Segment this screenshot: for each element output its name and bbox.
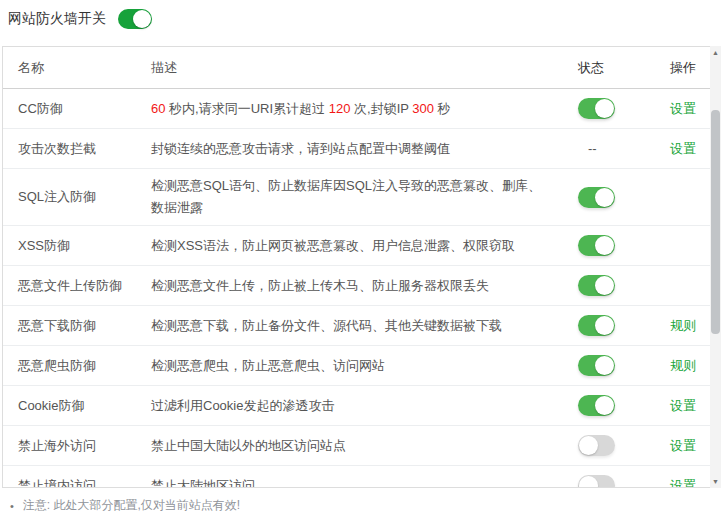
desc-segment: 300	[412, 101, 434, 116]
toggle-knob	[133, 10, 151, 28]
desc-segment: 检测恶意文件上传，防止被上传木马、防止服务器权限丢失	[151, 278, 489, 293]
row-status	[570, 395, 670, 416]
status-toggle[interactable]	[578, 235, 615, 256]
table-row: 恶意爬虫防御检测恶意爬虫，防止恶意爬虫、访问网站规则	[3, 346, 720, 386]
row-name: 恶意爬虫防御	[18, 357, 151, 375]
desc-segment: 封锁连续的恶意攻击请求，请到站点配置中调整阈值	[151, 141, 450, 156]
toggle-knob	[579, 476, 598, 488]
toggle-knob	[595, 396, 614, 415]
header-name: 名称	[18, 59, 151, 77]
row-status	[570, 475, 670, 488]
table-row: 攻击次数拦截封锁连续的恶意攻击请求，请到站点配置中调整阈值--设置	[3, 129, 720, 169]
desc-segment: 检测恶意爬虫，防止恶意爬虫、访问网站	[151, 358, 385, 373]
row-status	[570, 355, 670, 376]
status-toggle[interactable]	[578, 315, 615, 336]
status-toggle[interactable]	[578, 475, 615, 488]
action-link[interactable]: 设置	[670, 398, 696, 413]
status-toggle[interactable]	[578, 435, 615, 456]
page-title: 网站防火墙开关	[8, 10, 106, 28]
row-status	[570, 315, 670, 336]
scroll-up-icon[interactable]: ▲	[710, 46, 721, 59]
desc-segment: 检测XSS语法，防止网页被恶意篡改、用户信息泄露、权限窃取	[151, 238, 515, 253]
toggle-knob	[595, 316, 614, 335]
toggle-knob	[579, 436, 598, 455]
row-name: 恶意下载防御	[18, 317, 151, 335]
desc-segment: 检测恶意SQL语句、防止数据库因SQL注入导致的恶意篡改、删库、数据泄露	[151, 178, 541, 215]
bullet-icon: •	[10, 500, 14, 512]
desc-segment: 过滤利用Cookie发起的渗透攻击	[151, 398, 334, 413]
desc-segment: 检测恶意下载，防止备份文件、源代码、其他关键数据被下载	[151, 318, 502, 333]
toggle-knob	[595, 188, 614, 207]
desc-segment: 120	[329, 101, 351, 116]
row-name: 禁止境内访问	[18, 477, 151, 489]
action-link[interactable]: 设置	[670, 478, 696, 489]
scroll-down-icon[interactable]: ▼	[710, 475, 721, 488]
row-status	[570, 187, 670, 208]
row-desc: 检测恶意下载，防止备份文件、源代码、其他关键数据被下载	[151, 309, 570, 343]
row-desc: 封锁连续的恶意攻击请求，请到站点配置中调整阈值	[151, 132, 570, 166]
header-status: 状态	[570, 59, 670, 77]
table-row: 恶意文件上传防御检测恶意文件上传，防止被上传木马、防止服务器权限丢失	[3, 266, 720, 306]
row-status	[570, 435, 670, 456]
toggle-knob	[595, 99, 614, 118]
action-link[interactable]: 设置	[670, 438, 696, 453]
table-body: CC防御60 秒内,请求同一URI累计超过 120 次,封锁IP 300 秒设置…	[3, 89, 720, 488]
master-firewall-toggle[interactable]	[118, 9, 152, 29]
scrollbar-thumb[interactable]	[711, 110, 720, 334]
row-desc: 禁止大陆地区访问	[151, 469, 570, 489]
status-toggle[interactable]	[578, 395, 615, 416]
row-desc: 60 秒内,请求同一URI累计超过 120 次,封锁IP 300 秒	[151, 92, 570, 126]
status-toggle[interactable]	[578, 98, 615, 119]
toggle-knob	[595, 356, 614, 375]
action-link[interactable]: 规则	[670, 358, 696, 373]
table-header-row: 名称 描述 状态 操作	[3, 47, 720, 89]
row-name: SQL注入防御	[18, 188, 151, 206]
status-toggle[interactable]	[578, 275, 615, 296]
footer-note: • 注意: 此处大部分配置,仅对当前站点有效!	[10, 497, 240, 514]
row-name: Cookie防御	[18, 397, 151, 415]
row-status: --	[570, 141, 670, 156]
table-row: CC防御60 秒内,请求同一URI累计超过 120 次,封锁IP 300 秒设置	[3, 89, 720, 129]
toggle-knob	[595, 236, 614, 255]
table-row: 禁止境内访问禁止大陆地区访问设置	[3, 466, 720, 488]
row-status	[570, 98, 670, 119]
desc-segment: 禁止中国大陆以外的地区访问站点	[151, 438, 346, 453]
table-row: 禁止海外访问禁止中国大陆以外的地区访问站点设置	[3, 426, 720, 466]
action-link[interactable]: 设置	[670, 141, 696, 156]
desc-segment: 60	[151, 101, 165, 116]
status-toggle[interactable]	[578, 187, 615, 208]
row-desc: 检测恶意文件上传，防止被上传木马、防止服务器权限丢失	[151, 269, 570, 303]
desc-segment: 禁止大陆地区访问	[151, 478, 255, 489]
row-desc: 检测XSS语法，防止网页被恶意篡改、用户信息泄露、权限窃取	[151, 229, 570, 263]
firewall-master-switch-bar: 网站防火墙开关	[0, 0, 721, 38]
firewall-rules-table: 名称 描述 状态 操作 CC防御60 秒内,请求同一URI累计超过 120 次,…	[2, 46, 721, 488]
row-desc: 检测恶意SQL语句、防止数据库因SQL注入导致的恶意篡改、删库、数据泄露	[151, 169, 570, 225]
row-name: 恶意文件上传防御	[18, 277, 151, 295]
row-name: XSS防御	[18, 237, 151, 255]
row-name: CC防御	[18, 100, 151, 118]
table-row: XSS防御检测XSS语法，防止网页被恶意篡改、用户信息泄露、权限窃取	[3, 226, 720, 266]
table-row: Cookie防御过滤利用Cookie发起的渗透攻击设置	[3, 386, 720, 426]
row-status	[570, 275, 670, 296]
action-link[interactable]: 设置	[670, 101, 696, 116]
action-link[interactable]: 规则	[670, 318, 696, 333]
row-desc: 过滤利用Cookie发起的渗透攻击	[151, 389, 570, 423]
row-desc: 检测恶意爬虫，防止恶意爬虫、访问网站	[151, 349, 570, 383]
toggle-knob	[595, 276, 614, 295]
status-toggle[interactable]	[578, 355, 615, 376]
footer-note-text: 注意: 此处大部分配置,仅对当前站点有效!	[23, 497, 240, 514]
row-name: 攻击次数拦截	[18, 140, 151, 158]
row-status	[570, 235, 670, 256]
desc-segment: 次,封锁IP	[350, 101, 412, 116]
header-desc: 描述	[151, 51, 570, 85]
status-text: --	[578, 141, 597, 156]
row-name: 禁止海外访问	[18, 437, 151, 455]
vertical-scrollbar[interactable]: ▲ ▼	[710, 46, 721, 488]
table-row: SQL注入防御检测恶意SQL语句、防止数据库因SQL注入导致的恶意篡改、删库、数…	[3, 169, 720, 226]
desc-segment: 秒	[434, 101, 451, 116]
row-desc: 禁止中国大陆以外的地区访问站点	[151, 429, 570, 463]
desc-segment: 秒内,请求同一URI累计超过	[165, 101, 328, 116]
table-row: 恶意下载防御检测恶意下载，防止备份文件、源代码、其他关键数据被下载规则	[3, 306, 720, 346]
